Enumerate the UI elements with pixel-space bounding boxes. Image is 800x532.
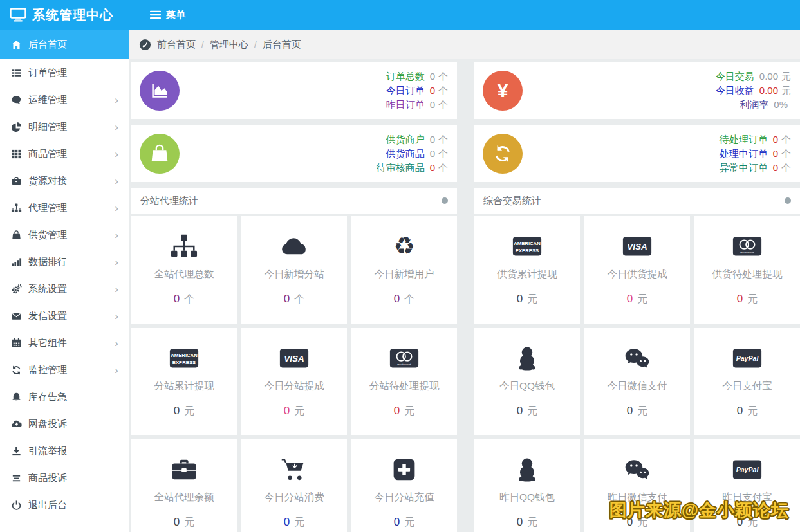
tile-value: 0 [394,516,400,529]
tile-value: 0 [517,405,523,417]
stat-unit: 个 [438,133,448,147]
stat-value: 0 [430,69,435,84]
sidebar-item[interactable]: 库存告急 › [0,383,129,410]
list-icon [11,68,28,78]
cogs-icon [11,284,28,295]
sitemap-icon [11,203,28,214]
stat-card: 待处理订单 0 个 处理中订单 0 个 异常中订单 0 个 [474,125,800,182]
sidebar-item-label: 退出后台 [28,499,67,511]
breadcrumb-link-frontend[interactable]: 前台首页 [157,39,196,51]
sidebar-item[interactable]: 明细管理 › [0,113,129,140]
stat-value: 0.00 [759,69,778,84]
sidebar-item[interactable]: 商品管理 › [0,140,129,167]
stat-tile: 今日QQ钱包 0 元 [474,328,580,435]
stat-tile: 全站代理余额 0 元 [131,439,237,532]
tile-label: 全站代理余额 [131,491,237,504]
tile-label: 分站待处理提现 [351,380,457,393]
mastercard-icon: mastercard [351,344,457,373]
stat-unit: 个 [438,69,448,84]
stat-value: 0 [430,161,435,175]
tile-label: 供货累计提现 [474,268,580,281]
sidebar-item[interactable]: 退出后台 › [0,491,129,518]
menu-toggle-button[interactable]: 菜单 [129,9,185,21]
sidebar-item-label: 系统设置 [28,283,67,295]
sidebar-item[interactable]: 其它组件 › [0,329,129,356]
stat-tile: 昨日QQ钱包 0 元 [474,439,580,532]
tile-label: 今日微信支付 [584,380,690,393]
stat-tile: AMERICANEXPRESS 分站累计提现 0 元 [131,328,237,435]
sidebar-item[interactable]: 数据排行 › [0,248,129,275]
chevron-right-icon: › [115,122,129,133]
stat-tile: VISA 今日供货提成 0 元 [584,216,690,324]
panel-collapse-dot[interactable] [442,197,448,204]
panel-title: 综合交易统计 [483,195,541,207]
tile-value: 0 [517,516,523,529]
svg-text:VISA: VISA [627,242,647,252]
stat-card: 供货商户 0 个 供货商品 0 个 待审核商品 0 个 [131,125,457,182]
tile-unit: 元 [294,405,304,418]
chevron-right-icon: › [115,176,129,187]
tile-label: 今日分站提成 [241,380,347,393]
tile-unit: 元 [747,293,758,306]
sidebar-item-label: 商品管理 [28,148,67,160]
tile-value: 0 [284,293,290,306]
breadcrumb-current-page: 后台首页 [263,39,301,51]
stat-tile: 今日分站充值 0 元 [351,439,457,532]
svg-text:mastercard: mastercard [740,251,754,254]
chevron-right-icon: › [115,284,129,295]
sidebar-item[interactable]: 监控管理 › [0,356,129,383]
stat-tile: 今日新增分站 0 个 [241,216,347,324]
stat-tile: mastercard 供货待处理提现 0 元 [694,216,800,324]
tile-label: 分站累计提现 [131,380,237,393]
tile-label: 昨日QQ钱包 [474,491,580,504]
breadcrumb-link-admin-center[interactable]: 管理中心 [210,39,248,51]
paypal-icon: PayPal [694,455,800,484]
main-content: 订单总数 0 个 今日订单 0 个 昨日订单 0 个 ¥ [129,59,800,532]
sidebar-item[interactable]: 供货管理 › [0,221,129,248]
stat-label: 昨日订单 [386,98,425,112]
lines-icon [11,473,28,484]
recycle-lg-icon: ♻ [351,232,457,261]
sidebar-item-label: 引流举报 [28,445,67,457]
sidebar-item[interactable]: 发信设置 › [0,302,129,329]
briefcase-icon [11,176,28,187]
topbar: 系统管理中心 菜单 [0,0,800,30]
sidebar-item[interactable]: 订单管理 › [0,59,129,86]
monitor-icon [10,8,26,22]
tile-value: 0 [174,293,180,306]
cloud-download-icon [11,419,28,430]
stat-unit: 个 [438,147,448,161]
tile-unit: 元 [294,516,304,529]
panel-agent-stats: 分站代理统计 全站代理总数 0 个 今日新增分站 0 [131,188,457,532]
chevron-right-icon: › [115,230,129,241]
tile-value: 0 [284,516,290,529]
tile-unit: 个 [184,293,194,306]
sidebar-item[interactable]: 系统设置 › [0,275,129,302]
briefcase-lg-icon [131,455,237,484]
svg-text:AMERICAN: AMERICAN [514,241,541,246]
stat-unit: 元 [781,69,791,84]
breadcrumb-separator: / [201,39,204,50]
tile-unit: 元 [404,405,414,418]
sidebar-item-label: 供货管理 [28,229,67,241]
sidebar-item[interactable]: 引流举报 › [0,437,129,464]
sidebar-item[interactable]: 后台首页 › [0,30,129,59]
stat-value: 0 [430,98,435,112]
tile-label: 今日分站消费 [241,491,347,504]
sidebar-item[interactable]: 网盘投诉 › [0,410,129,437]
sidebar-item[interactable]: 运维管理 › [0,86,129,113]
sidebar-item[interactable]: 商品投诉 › [0,464,129,491]
stat-unit: 个 [781,133,791,147]
tile-unit: 元 [527,293,537,306]
panel-collapse-dot[interactable] [785,197,791,204]
sidebar-item-label: 数据排行 [28,256,67,268]
tile-value: 0 [284,405,290,417]
chevron-right-icon: › [115,365,129,376]
sidebar-item[interactable]: 货源对接 › [0,167,129,194]
tile-unit: 元 [637,405,647,418]
wechat-icon [584,455,690,484]
sidebar-item[interactable]: 代理管理 › [0,194,129,221]
svg-text:AMERICAN: AMERICAN [171,353,198,358]
stat-tile: ♻ 今日新增用户 0 个 [351,216,457,324]
area-chart-icon [140,71,180,111]
